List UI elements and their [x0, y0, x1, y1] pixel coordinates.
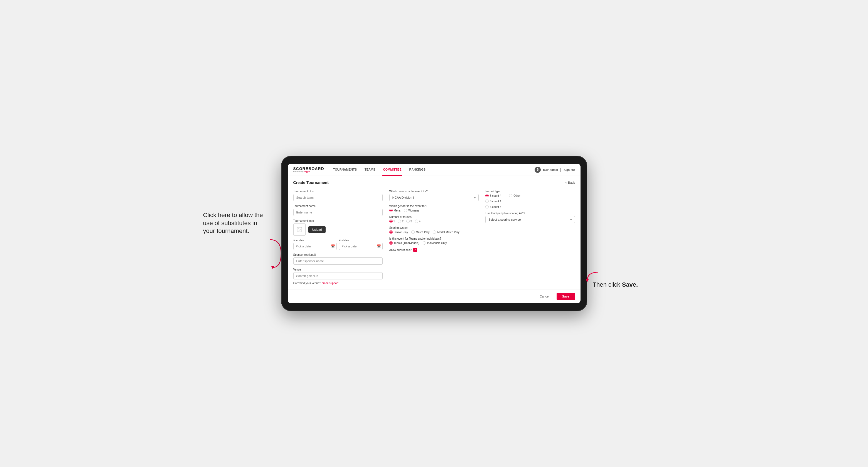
gender-womens[interactable]: Womens: [404, 209, 419, 212]
event-teams-radio[interactable]: [389, 241, 393, 245]
tournament-name-input[interactable]: [293, 209, 383, 216]
logo-placeholder-icon: [293, 223, 306, 236]
scoring-label: Scoring system: [389, 226, 479, 229]
calendar-icon-end: 📅: [377, 244, 381, 248]
svg-point-2: [298, 228, 299, 229]
svg-marker-3: [586, 279, 589, 282]
gender-womens-radio[interactable]: [404, 209, 407, 212]
rounds-2[interactable]: 2: [398, 220, 404, 223]
tournament-host-group: Tournament Host: [293, 190, 383, 201]
scoring-medal[interactable]: Medal Match Play: [433, 230, 459, 234]
gender-mens-radio[interactable]: [389, 209, 393, 212]
tournament-host-label: Tournament Host: [293, 190, 383, 193]
date-row: Start date 📅 End date: [293, 239, 383, 250]
main-content: Create Tournament < Back Tournament Host…: [288, 176, 581, 289]
rounds-3-radio[interactable]: [406, 220, 410, 223]
rounds-3[interactable]: 3: [406, 220, 412, 223]
scoring-stroke-radio[interactable]: [389, 230, 393, 234]
tournament-logo-group: Tournament logo Upload: [293, 219, 383, 236]
event-type-radio-group: Teams (+Individuals) Individuals Only: [389, 241, 479, 245]
upload-button[interactable]: Upload: [308, 226, 326, 233]
event-individuals-radio[interactable]: [423, 241, 426, 245]
scoring-api-label: Use third-party live scoring API?: [485, 212, 575, 215]
save-button[interactable]: Save: [557, 293, 575, 300]
format-other[interactable]: Other: [509, 194, 520, 197]
event-type-label: Is this event for Teams and/or Individua…: [389, 237, 479, 240]
form-footer: Cancel Save: [288, 289, 581, 303]
nav-bar: SCOREBOARD Powered by clippd TOURNAMENTS…: [288, 164, 581, 176]
end-date-wrapper: 📅: [339, 243, 383, 250]
start-date-input[interactable]: [293, 243, 337, 250]
end-date-input[interactable]: [339, 243, 383, 250]
nav-signout[interactable]: Sign out: [563, 168, 575, 172]
format-other-radio[interactable]: [509, 194, 512, 197]
logo-powered: Powered by clippd: [293, 170, 324, 173]
allow-substitutes-group: Allow substitutes? ✓: [389, 248, 479, 252]
nav-committee[interactable]: COMMITTEE: [382, 164, 402, 176]
venue-input[interactable]: [293, 272, 383, 279]
scoring-match[interactable]: Match Play: [411, 230, 429, 234]
rounds-1[interactable]: 1: [389, 220, 395, 223]
sponsor-label: Sponsor (optional): [293, 253, 383, 256]
sponsor-group: Sponsor (optional): [293, 253, 383, 265]
page-title: Create Tournament: [293, 180, 329, 185]
gender-mens[interactable]: Mens: [389, 209, 400, 212]
logo-upload-area: Upload: [293, 223, 383, 236]
rounds-1-radio[interactable]: [389, 220, 393, 223]
rounds-4[interactable]: 4: [415, 220, 421, 223]
scoring-stroke[interactable]: Stroke Play: [389, 230, 408, 234]
annotation-left-text: Click here to allow the use of substitut…: [203, 212, 263, 234]
format-5count4[interactable]: 5 count 4: [485, 194, 501, 197]
format-row-3: 6 count 5: [485, 205, 575, 209]
format-6count5[interactable]: 6 count 5: [485, 205, 501, 209]
allow-substitutes-label: Allow substitutes?: [389, 249, 412, 252]
scoring-medal-radio[interactable]: [433, 230, 436, 234]
logo-clippd: clippd: [304, 170, 310, 173]
format-options: 5 count 4 Other: [485, 194, 575, 209]
start-date-label: Start date: [293, 239, 337, 242]
allow-substitutes-checkbox[interactable]: ✓: [413, 248, 417, 252]
format-row-2: 6 count 4: [485, 199, 575, 203]
event-teams[interactable]: Teams (+Individuals): [389, 241, 420, 245]
scoring-api-select[interactable]: Select a scoring service: [485, 216, 575, 223]
nav-avatar: B: [535, 167, 541, 173]
venue-help: Can't find your venue? email support: [293, 282, 383, 285]
scoring-radio-group: Stroke Play Match Play Medal Match Play: [389, 230, 479, 234]
division-select[interactable]: NCAA Division I: [389, 194, 479, 201]
format-6count5-radio[interactable]: [485, 205, 489, 209]
format-6count4-radio[interactable]: [485, 199, 489, 203]
tournament-logo-label: Tournament logo: [293, 219, 383, 222]
rounds-radio-group: 1 2 3: [389, 220, 479, 223]
scoring-match-radio[interactable]: [411, 230, 415, 234]
logo-area: SCOREBOARD Powered by clippd: [293, 167, 324, 173]
form-column-1: Tournament Host Tournament name Tourname…: [293, 190, 383, 285]
format-6count4[interactable]: 6 count 4: [485, 199, 501, 203]
back-button[interactable]: < Back: [565, 181, 575, 184]
gender-label: Which gender is the event for?: [389, 205, 479, 208]
end-date-label: End date: [339, 239, 383, 242]
allow-substitutes-item: Allow substitutes? ✓: [389, 248, 479, 252]
check-icon: ✓: [414, 249, 416, 251]
nav-right: B blair admin | Sign out: [535, 167, 575, 173]
form-column-2: Which division is the event for? NCAA Di…: [389, 190, 479, 285]
start-date-wrapper: 📅: [293, 243, 337, 250]
rounds-2-radio[interactable]: [398, 220, 401, 223]
tournament-name-label: Tournament name: [293, 205, 383, 208]
format-group: Format type 5 count 4 Other: [485, 190, 575, 209]
tablet-device: SCOREBOARD Powered by clippd TOURNAMENTS…: [281, 156, 587, 311]
format-5count4-radio[interactable]: [485, 194, 489, 197]
tournament-host-input[interactable]: [293, 194, 383, 201]
division-label: Which division is the event for?: [389, 190, 479, 193]
nav-rankings[interactable]: RANKINGS: [408, 164, 426, 176]
event-individuals[interactable]: Individuals Only: [423, 241, 447, 245]
nav-teams[interactable]: TEAMS: [364, 164, 376, 176]
rounds-label: Number of rounds: [389, 215, 479, 218]
sponsor-input[interactable]: [293, 257, 383, 265]
nav-items: TOURNAMENTS TEAMS COMMITTEE RANKINGS: [333, 164, 535, 176]
nav-tournaments[interactable]: TOURNAMENTS: [333, 164, 357, 176]
annotation-left: Click here to allow the use of substitut…: [203, 211, 270, 235]
cancel-button[interactable]: Cancel: [535, 293, 554, 300]
start-date-group: Start date 📅: [293, 239, 337, 250]
rounds-4-radio[interactable]: [415, 220, 418, 223]
venue-help-link[interactable]: email support: [322, 282, 338, 285]
